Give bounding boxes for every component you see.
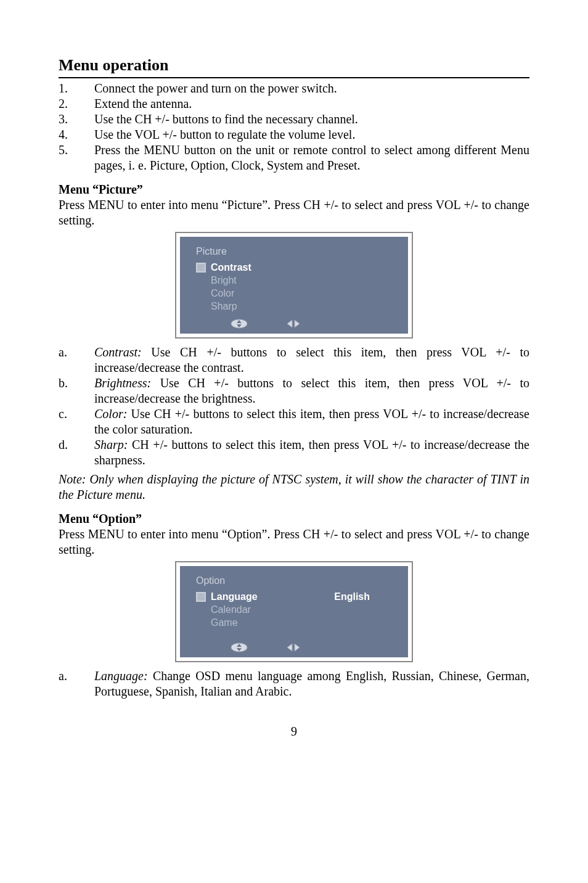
picture-item-b: b.Brightness: Use CH +/- buttons to sele…: [59, 376, 529, 406]
updown-arrows-icon: [231, 643, 248, 652]
menu-picture-intro: Press MENU to enter into menu “Picture”.…: [59, 197, 529, 228]
step-5: 5.Press the MENU button on the unit or r…: [59, 142, 529, 173]
step-2: 2.Extend the antenna.: [59, 96, 529, 112]
desc: Use CH +/- buttons to select this item, …: [94, 407, 529, 436]
leftright-arrows-icon: [285, 319, 302, 329]
osd-item-label: Bright: [211, 274, 237, 287]
term: Color:: [94, 407, 127, 421]
osd-item-label: Sharp: [211, 300, 237, 313]
selection-marker-icon: [196, 263, 206, 273]
osd-item-label: Game: [211, 617, 238, 629]
picture-item-d: d.Sharp: CH +/- buttons to select this i…: [59, 437, 529, 468]
step-1: 1.Connect the power and turn on the powe…: [59, 81, 529, 96]
svg-marker-4: [295, 320, 300, 327]
updown-arrows-icon: [231, 319, 248, 329]
picture-item-a: a.Contrast: Use CH +/- buttons to select…: [59, 345, 529, 376]
menu-picture-figure: Picture Contrast Bright Color Sharp: [59, 232, 529, 339]
step-num: 4.: [59, 127, 94, 142]
menu-option-figure: Option LanguageEnglish Calendar Game: [59, 561, 529, 662]
page-heading: Menu operation: [59, 55, 529, 78]
svg-marker-8: [287, 644, 292, 651]
page-number: 9: [59, 724, 529, 739]
letter-text: Color: Use CH +/- buttons to select this…: [94, 406, 529, 437]
osd-nav-icons: [194, 643, 394, 652]
letter: c.: [59, 406, 94, 437]
osd-item-game[interactable]: Game: [196, 617, 394, 629]
letter: a.: [59, 345, 94, 376]
letter: a.: [59, 668, 94, 699]
svg-marker-9: [295, 644, 300, 651]
picture-item-c: c.Color: Use CH +/- buttons to select th…: [59, 406, 529, 437]
step-text: Extend the antenna.: [94, 96, 529, 112]
desc: CH +/- buttons to select this item, then…: [94, 438, 529, 467]
osd-panel: Picture Contrast Bright Color Sharp: [180, 237, 408, 334]
osd-title: Picture: [196, 245, 394, 258]
picture-note: Note: Only when displaying the picture o…: [59, 472, 529, 503]
osd-items: LanguageEnglish Calendar Game: [196, 591, 394, 629]
step-text: Connect the power and turn on the power …: [94, 81, 529, 96]
letter: d.: [59, 437, 94, 468]
picture-lettered-list: a.Contrast: Use CH +/- buttons to select…: [59, 345, 529, 468]
term: Sharp:: [94, 438, 128, 451]
step-num: 3.: [59, 112, 94, 127]
menu-option-intro: Press MENU to enter into menu “Option”. …: [59, 527, 529, 557]
desc: Change OSD menu language among English, …: [94, 669, 529, 698]
osd-items: Contrast Bright Color Sharp: [196, 261, 394, 313]
numbered-steps: 1.Connect the power and turn on the powe…: [59, 81, 529, 173]
selection-marker-icon: [196, 592, 206, 602]
letter-text: Contrast: Use CH +/- buttons to select t…: [94, 345, 529, 376]
osd-item-sharp[interactable]: Sharp: [196, 300, 394, 313]
osd-nav-icons: [194, 319, 394, 329]
osd-item-color[interactable]: Color: [196, 287, 394, 300]
osd-panel: Option LanguageEnglish Calendar Game: [180, 566, 408, 657]
step-num: 2.: [59, 96, 94, 112]
osd-item-bright[interactable]: Bright: [196, 274, 394, 287]
letter-text: Sharp: CH +/- buttons to select this ite…: [94, 437, 529, 468]
menu-option-title: Menu “Option”: [59, 511, 529, 527]
desc: Use CH +/- buttons to select this item, …: [94, 345, 529, 374]
osd-item-label: Calendar: [211, 604, 251, 616]
svg-marker-3: [287, 320, 292, 327]
osd-frame: Option LanguageEnglish Calendar Game: [175, 561, 413, 662]
letter-text: Language: Change OSD menu language among…: [94, 668, 529, 699]
osd-item-contrast[interactable]: Contrast: [196, 261, 394, 274]
term: Language:: [94, 669, 148, 683]
step-4: 4.Use the VOL +/- button to regulate the…: [59, 127, 529, 142]
leftright-arrows-icon: [285, 643, 302, 652]
step-text: Use the CH +/- buttons to find the neces…: [94, 112, 529, 127]
step-num: 5.: [59, 142, 94, 173]
option-lettered-list: a.Language: Change OSD menu language amo…: [59, 668, 529, 699]
step-num: 1.: [59, 81, 94, 96]
step-text: Press the MENU button on the unit or rem…: [94, 142, 529, 173]
option-item-a: a.Language: Change OSD menu language amo…: [59, 668, 529, 699]
letter-text: Brightness: Use CH +/- buttons to select…: [94, 376, 529, 406]
osd-item-value: English: [334, 591, 394, 603]
osd-item-language[interactable]: LanguageEnglish: [196, 591, 394, 603]
desc: Use CH +/- buttons to select this item, …: [94, 376, 529, 405]
osd-item-calendar[interactable]: Calendar: [196, 604, 394, 616]
term: Brightness:: [94, 376, 151, 390]
letter: b.: [59, 376, 94, 406]
step-3: 3.Use the CH +/- buttons to find the nec…: [59, 112, 529, 127]
osd-frame: Picture Contrast Bright Color Sharp: [175, 232, 413, 339]
term: Contrast:: [94, 345, 142, 359]
menu-picture-title: Menu “Picture”: [59, 182, 529, 197]
osd-title: Option: [196, 575, 394, 587]
osd-item-label: Language: [211, 591, 258, 603]
step-text: Use the VOL +/- button to regulate the v…: [94, 127, 529, 142]
osd-item-label: Color: [211, 287, 234, 300]
osd-item-label: Contrast: [211, 261, 251, 274]
